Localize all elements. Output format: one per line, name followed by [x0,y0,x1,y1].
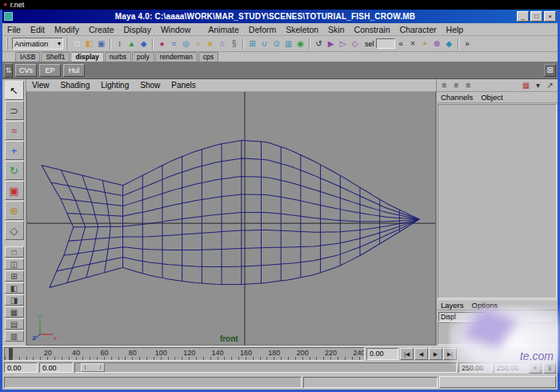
animation-preferences-button[interactable]: § [543,362,556,374]
persp-graph-layout-button[interactable]: ◨ [5,294,24,306]
select-tool[interactable]: ↖ [5,81,24,100]
persp-outliner-layout-button[interactable]: ◧ [5,282,24,294]
shelf-selector-button[interactable]: ⇅ [4,63,13,78]
move-tool[interactable]: + [5,141,24,160]
panel-menu-icon[interactable]: ▾ [532,79,544,92]
shelf-button[interactable]: Hul [63,64,85,77]
menu-item[interactable]: Deform [244,25,281,34]
menu-item[interactable]: Help [442,25,469,34]
shelf-tab[interactable]: renderman [155,52,198,62]
go-to-end-button[interactable]: ▶| [443,348,457,360]
menu-set-dropdown[interactable]: Animation ▾ [12,38,63,50]
select-object-icon[interactable]: ▲ [126,38,138,50]
playback-end-field[interactable]: 250.00 [458,362,492,373]
mask-misc-icon[interactable]: § [228,38,240,50]
hypershade-layout-button[interactable]: ▦ [5,306,24,318]
quick-select-input[interactable] [376,38,395,49]
panel-menu-item[interactable]: View [26,81,55,90]
statusline-grip[interactable] [66,38,69,50]
prev-layout-button[interactable]: ▤ [5,318,24,330]
lasso-select-tool[interactable]: ⊃ [5,101,24,120]
menu-item[interactable]: Display [118,25,155,34]
titlebar[interactable]: Maya 4.0: C:\aaaa\WORK\MAR_STUDY\SCENES\… [2,10,558,23]
channel-box[interactable] [438,104,557,298]
close-button[interactable]: × [544,11,556,22]
separator-grip[interactable] [309,38,310,50]
next-layout-button[interactable]: ▥ [5,330,24,342]
viewport-canvas[interactable]: Y x Z front [26,92,436,346]
show-manipulator-icon[interactable]: + [419,38,431,50]
construction-history-icon[interactable]: ↺ [313,38,325,50]
separator-grip[interactable] [458,38,459,50]
paint-select-tool[interactable]: ≈ [5,121,24,140]
render-globals-icon[interactable]: ◇ [349,38,361,50]
layer-editor-menu-item[interactable]: Options [468,301,502,310]
show-channel-layer-icon[interactable]: ≡ [462,79,474,92]
menu-item[interactable]: Modify [50,25,84,34]
panel-menu-item[interactable]: Panels [166,81,202,90]
shelf-tab[interactable]: poly [132,52,154,62]
menu-item[interactable]: Window [156,25,195,34]
rotate-tool[interactable]: ↻ [5,161,24,180]
mask-dynamics-icon[interactable]: ★ [204,38,216,50]
layer-list[interactable] [438,322,557,345]
mask-deformations-icon[interactable]: ○ [192,38,204,50]
menu-item[interactable]: File [2,25,26,34]
shelf-button[interactable]: CVs [15,64,37,77]
last-tool[interactable]: ◇ [5,221,24,240]
new-scene-icon[interactable]: □ [71,38,83,50]
ipr-render-icon[interactable]: ▷ [337,38,349,50]
expand-panel-icon[interactable]: ↗ [544,79,556,92]
render-layer-icon[interactable]: ▦ [520,79,532,92]
shelf-tab[interactable]: nurbs [105,52,131,62]
shelf-tab[interactable]: cps [198,52,218,62]
maximize-button[interactable]: □ [530,11,542,22]
mask-handles-icon[interactable]: ● [156,38,168,50]
panel-menu-item[interactable]: Show [134,81,166,90]
snap-point-icon[interactable]: ⊙ [270,38,282,50]
layer-display-dropdown[interactable]: Displ [438,312,485,322]
mask-curves-icon[interactable]: ≈ [168,38,180,50]
playback-start-field[interactable]: 0.00 [39,362,73,373]
menu-item[interactable]: Skeleton [281,25,323,34]
current-time-field[interactable]: 0.00 [366,348,398,360]
four-pane-layout-button[interactable]: ⊞ [5,270,24,282]
menu-item[interactable]: Create [84,25,119,34]
snap-curve-icon[interactable]: ∪ [258,38,270,50]
two-pane-layout-button[interactable]: ◫ [5,258,24,270]
menu-item[interactable]: Skin [323,25,349,34]
go-to-start-button[interactable]: |◀ [400,348,414,360]
animation-end-field[interactable]: 250.00 [494,362,527,373]
minimize-button[interactable]: _ [517,11,529,22]
panel-menu-item[interactable]: Shading [55,81,96,90]
separator-grip[interactable] [152,38,154,50]
select-hierarchy-icon[interactable]: ↕ [114,38,126,50]
hotbox-icon[interactable]: ◆ [443,38,455,50]
menu-item[interactable]: Character [395,25,442,34]
open-scene-icon[interactable]: ◧ [83,38,95,50]
plugin-manager-icon[interactable]: ⊗ [431,38,443,50]
panel-menu-item[interactable]: Lighting [95,81,134,90]
select-component-icon[interactable]: ◆ [138,38,150,50]
channel-box-menu-item[interactable]: Channels [437,93,477,102]
mask-surfaces-icon[interactable]: ◎ [180,38,192,50]
single-pane-layout-button[interactable]: □ [5,246,24,258]
scale-tool[interactable]: ▣ [5,181,24,200]
menu-item[interactable]: Animate [203,25,244,34]
shelf-tab[interactable]: display [70,52,103,62]
save-scene-icon[interactable]: ▣ [95,38,107,50]
trash-icon[interactable]: ⊠ [544,64,556,77]
play-forwards-button[interactable]: ▶ [429,348,442,360]
collapse-statusline-icon[interactable]: » [462,38,474,50]
shelf-button[interactable]: EP [39,64,61,77]
pick-nothing-icon[interactable]: × [407,38,419,50]
animation-start-field[interactable]: 0.00 [4,362,38,373]
shelf-tab[interactable]: IASB [15,52,40,62]
show-channel-box-icon[interactable]: ≡ [438,79,450,92]
menu-item[interactable]: Edit [26,25,50,34]
snap-grid-icon[interactable]: ⊞ [246,38,258,50]
shelf-tab[interactable]: Shelf1 [41,52,70,62]
channel-box-menu-item[interactable]: Object [477,93,506,102]
snap-view-plane-icon[interactable]: ▥ [282,38,294,50]
layer-editor-menu-item[interactable]: Layers [437,301,468,310]
